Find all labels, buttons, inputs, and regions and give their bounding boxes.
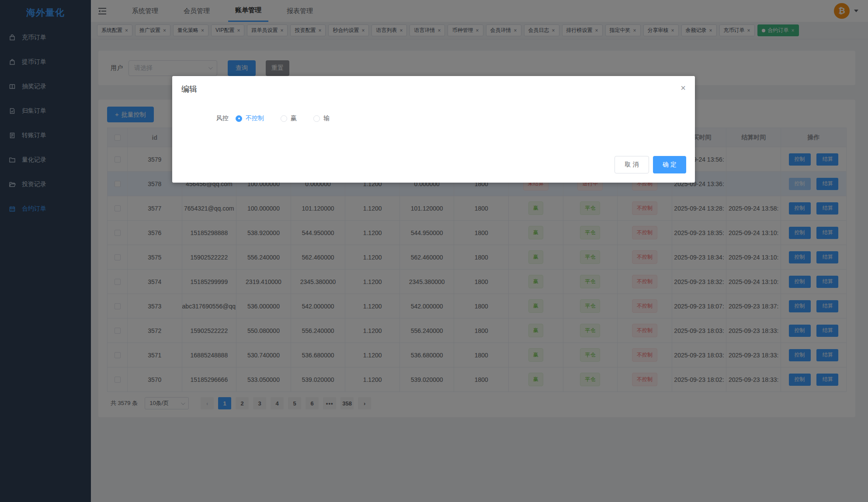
radio-label: 赢 — [291, 114, 297, 122]
radio-win[interactable]: 赢 — [281, 114, 297, 122]
radio-icon — [236, 115, 242, 122]
close-icon[interactable]: × — [681, 83, 686, 93]
radio-icon — [313, 115, 320, 122]
radio-label: 不控制 — [246, 114, 264, 122]
risk-radio-group: 不控制 赢 输 — [236, 114, 346, 122]
dialog-title: 编辑 — [181, 84, 197, 94]
radio-label: 输 — [323, 114, 330, 122]
radio-no-control[interactable]: 不控制 — [236, 114, 264, 122]
modal-overlay — [0, 0, 868, 502]
confirm-button[interactable]: 确 定 — [653, 156, 686, 173]
edit-dialog: 编辑 × 风控 不控制 赢 输 取 消 确 定 — [172, 76, 695, 183]
cancel-button[interactable]: 取 消 — [615, 156, 649, 173]
dialog-footer: 取 消 确 定 — [615, 156, 686, 173]
radio-icon — [281, 115, 287, 122]
dialog-form: 风控 不控制 赢 输 — [216, 114, 346, 122]
risk-control-label: 风控 — [216, 114, 229, 122]
radio-lose[interactable]: 输 — [313, 114, 330, 122]
